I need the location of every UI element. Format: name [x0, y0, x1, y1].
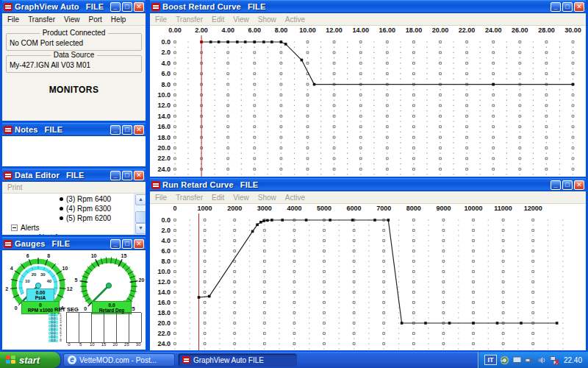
menu-item-transfer[interactable]: Transfer: [171, 15, 207, 24]
curve-point[interactable]: [266, 219, 269, 222]
curve-point[interactable]: [401, 322, 404, 325]
tree-item--3-rpm-6400[interactable]: (3) Rpm 6400: [2, 194, 134, 204]
minimize-button[interactable]: _: [551, 2, 561, 12]
curve-point[interactable]: [259, 221, 262, 224]
menu-item-help[interactable]: Help: [107, 15, 131, 24]
maximize-button[interactable]: □: [122, 125, 132, 135]
curve-point[interactable]: [251, 230, 254, 233]
notes-text-area[interactable]: [2, 136, 146, 166]
curve-point[interactable]: [313, 83, 316, 86]
update-icon[interactable]: [500, 355, 509, 365]
curve-point[interactable]: [448, 322, 451, 325]
scroll-up-button[interactable]: ▲: [135, 194, 146, 205]
menu-item-transfer[interactable]: Transfer: [24, 15, 60, 24]
curve-point[interactable]: [556, 322, 559, 325]
curve-point[interactable]: [305, 219, 308, 222]
menu-item-view[interactable]: View: [60, 15, 85, 24]
curve-point[interactable]: [329, 219, 331, 222]
titlebar-data-editor[interactable]: Data EditorFILE _ □ ✕: [2, 169, 146, 182]
usb-icon[interactable]: [525, 355, 534, 365]
close-button[interactable]: ✕: [574, 180, 584, 190]
vertical-scrollbar[interactable]: ▲ ▼: [134, 194, 146, 235]
network-error-icon[interactable]: [550, 355, 559, 365]
curve-point[interactable]: [496, 322, 499, 325]
maximize-button[interactable]: □: [122, 171, 132, 180]
volume-icon[interactable]: [537, 355, 547, 365]
curve-point[interactable]: [284, 43, 287, 46]
gauge-needle[interactable]: [93, 286, 109, 301]
close-button[interactable]: ✕: [134, 125, 144, 135]
close-button[interactable]: ✕: [134, 239, 144, 249]
curve-point[interactable]: [301, 59, 304, 62]
menu-item-show[interactable]: Show: [254, 15, 281, 24]
curve-point[interactable]: [373, 219, 376, 222]
menu-item-show[interactable]: Show: [254, 193, 281, 202]
minimize-button[interactable]: _: [110, 239, 121, 249]
start-button[interactable]: start: [0, 352, 60, 368]
close-button[interactable]: ✕: [134, 2, 144, 12]
titlebar-boost-retard[interactable]: Boost Retard CurveFILE _ □ ✕: [150, 0, 586, 13]
titlebar-run-retard[interactable]: Run Retard CurveFILE _ □ ✕: [150, 178, 586, 191]
tree-item--5-rpm-6200[interactable]: (5) Rpm 6200: [2, 213, 134, 223]
curve-point-selected[interactable]: [200, 40, 203, 43]
curve-point[interactable]: [244, 40, 247, 43]
maximize-button[interactable]: □: [562, 2, 573, 12]
curve-point[interactable]: [236, 40, 239, 43]
language-indicator[interactable]: IT: [484, 355, 497, 365]
curve-point[interactable]: [226, 40, 229, 43]
minimize-button[interactable]: _: [110, 125, 121, 135]
menu-item-edit[interactable]: Edit: [207, 193, 229, 202]
display-icon[interactable]: [512, 355, 522, 365]
close-button[interactable]: ✕: [574, 2, 584, 12]
minimize-button[interactable]: _: [110, 2, 121, 12]
maximize-button[interactable]: □: [562, 180, 573, 190]
curve-point[interactable]: [520, 322, 523, 325]
titlebar-gauges[interactable]: GaugesFILE _ □ ✕: [2, 237, 146, 250]
menu-item-view[interactable]: View: [229, 193, 254, 202]
tree-item-alerts[interactable]: Alerts: [2, 223, 134, 233]
menu-item-active[interactable]: Active: [281, 193, 309, 202]
menu-item-file[interactable]: File: [151, 15, 171, 24]
titlebar-notes[interactable]: NotesFILE _ □ ✕: [2, 123, 146, 136]
menu-item-view[interactable]: View: [229, 15, 254, 24]
curve-point[interactable]: [218, 40, 220, 43]
curve-point[interactable]: [262, 219, 265, 222]
minimize-button[interactable]: _: [110, 171, 121, 180]
curve-point[interactable]: [281, 219, 284, 222]
close-button[interactable]: ✕: [134, 171, 144, 180]
curve-point[interactable]: [209, 40, 212, 43]
curve-point[interactable]: [572, 83, 575, 86]
menu-item-active[interactable]: Active: [281, 15, 309, 24]
menu-item-transfer[interactable]: Transfer: [171, 193, 207, 202]
curve-point[interactable]: [424, 322, 427, 325]
taskbar-clock[interactable]: 22.40: [564, 356, 582, 364]
menu-item-edit[interactable]: Edit: [207, 15, 229, 24]
curve-point[interactable]: [387, 219, 390, 222]
menu-item-print[interactable]: Print: [3, 183, 27, 192]
scroll-thumb[interactable]: [135, 211, 146, 223]
taskbar-task-graphview-auto-file[interactable]: GraphView Auto FILE: [178, 353, 297, 367]
curve-point[interactable]: [492, 83, 495, 86]
tree-item--4-rpm-6300[interactable]: (4) Rpm 6300: [2, 204, 134, 213]
menu-item-file[interactable]: File: [151, 193, 171, 202]
titlebar-graphview-auto[interactable]: GraphView AutoFILE _ □ ✕: [2, 0, 146, 13]
curve-point[interactable]: [280, 40, 283, 43]
minimize-button[interactable]: _: [551, 180, 561, 190]
curve-point[interactable]: [472, 322, 475, 325]
scroll-down-button[interactable]: ▼: [135, 223, 146, 234]
menu-item-port[interactable]: Port: [85, 15, 107, 24]
boost-retard-chart[interactable]: 0.002.004.006.008.0010.0012.0014.0016.00…: [150, 26, 586, 177]
curve-point[interactable]: [270, 40, 273, 43]
run-retard-chart[interactable]: 0100020003000400050006000700080009000100…: [150, 204, 586, 350]
curve-point[interactable]: [208, 295, 211, 298]
curve-point[interactable]: [270, 219, 273, 222]
curve-point[interactable]: [198, 296, 201, 299]
taskbar-task-vettemod-com-post-[interactable]: eVetteMOD.com - Post...: [63, 353, 175, 367]
curve-line[interactable]: [201, 42, 573, 85]
curve-point[interactable]: [262, 40, 265, 43]
maximize-button[interactable]: □: [122, 239, 132, 249]
curve-point[interactable]: [351, 219, 354, 222]
tree-item-alert-1[interactable]: Alert 1: [2, 233, 134, 235]
curve-point[interactable]: [254, 40, 257, 43]
curve-point[interactable]: [256, 224, 259, 227]
